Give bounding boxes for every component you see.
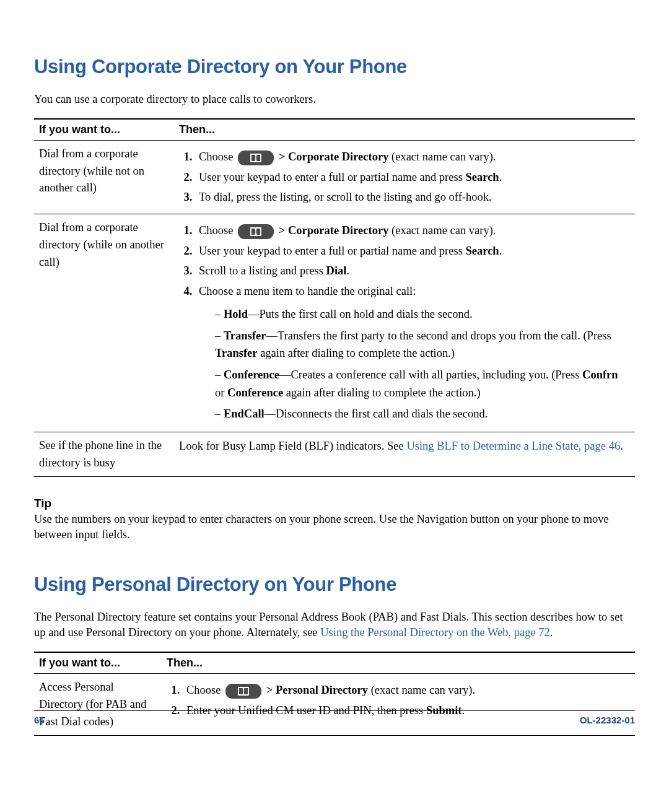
web-directory-link[interactable]: Using the Personal Directory on the Web,…: [320, 626, 550, 639]
table-header-row: If you want to... Then...: [34, 652, 635, 674]
list-item: Transfer—Transfers the first party to th…: [215, 327, 630, 362]
col-header-if: If you want to...: [34, 652, 162, 674]
cell-steps: Choose > Personal Directory (exact name …: [162, 674, 635, 736]
cell-action: Dial from a corporate directory (while o…: [34, 214, 174, 432]
tip-body: Use the numbers on your keypad to enter …: [34, 512, 635, 543]
cell-steps: Choose > Corporate Directory (exact name…: [174, 140, 635, 214]
directory-icon: [225, 683, 262, 699]
table-row: See if the phone line in the directory i…: [34, 432, 635, 477]
list-item: Conference—Creates a conference call wit…: [215, 366, 630, 401]
tip-heading: Tip: [34, 497, 635, 510]
cell-action: Dial from a corporate directory (while n…: [34, 140, 174, 214]
list-item: Hold—Puts the first call on hold and dia…: [215, 305, 630, 323]
section-heading-personal: Using Personal Directory on Your Phone: [34, 574, 635, 596]
table-row: Dial from a corporate directory (while o…: [34, 214, 635, 432]
page-number: 66: [34, 715, 45, 725]
list-item: Choose > Personal Directory (exact name …: [183, 681, 630, 699]
cell-action: Access Personal Directory (for PAB and F…: [34, 674, 162, 736]
list-item: User your keypad to enter a full or part…: [195, 168, 630, 186]
section-intro-personal: The Personal Directory feature set conta…: [34, 609, 635, 640]
table-row: Dial from a corporate directory (while n…: [34, 140, 635, 214]
col-header-then: Then...: [174, 119, 635, 141]
cell-steps: Look for Busy Lamp Field (BLF) indicator…: [174, 432, 635, 477]
list-item: Choose > Corporate Directory (exact name…: [195, 148, 630, 166]
list-item: User your keypad to enter a full or part…: [195, 242, 630, 260]
document-page: Using Corporate Directory on Your Phone …: [0, 0, 669, 812]
list-item: Scroll to a listing and press Dial.: [195, 262, 630, 280]
blf-link[interactable]: Using BLF to Determine a Line State, pag…: [406, 440, 620, 452]
table-header-row: If you want to... Then...: [34, 119, 635, 141]
list-item: To dial, press the listing, or scroll to…: [195, 188, 630, 206]
page-footer: 66 OL-22332-01: [34, 710, 635, 725]
col-header-then: Then...: [162, 652, 635, 674]
table-row: Access Personal Directory (for PAB and F…: [34, 674, 635, 736]
section-intro-corporate: You can use a corporate directory to pla…: [34, 92, 635, 107]
cell-action: See if the phone line in the directory i…: [34, 432, 174, 477]
list-item: Choose > Corporate Directory (exact name…: [195, 222, 630, 240]
col-header-if: If you want to...: [34, 119, 174, 141]
directory-icon: [237, 224, 274, 240]
section-heading-corporate: Using Corporate Directory on Your Phone: [34, 56, 635, 78]
list-item: Choose a menu item to handle the origina…: [195, 282, 630, 423]
directory-icon: [237, 150, 274, 166]
table-corporate-directory: If you want to... Then... Dial from a co…: [34, 118, 635, 477]
cell-steps: Choose > Corporate Directory (exact name…: [174, 214, 635, 432]
list-item: EndCall—Disconnects the first call and d…: [215, 405, 630, 423]
doc-id: OL-22332-01: [580, 715, 635, 725]
